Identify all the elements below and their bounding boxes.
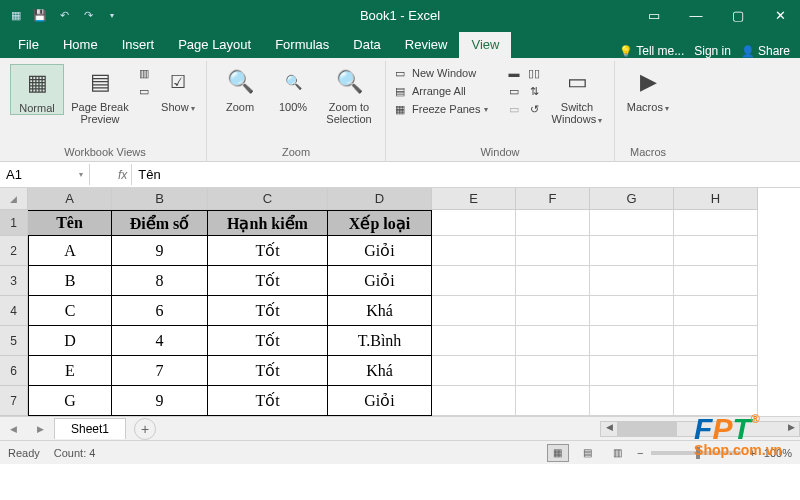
tab-file[interactable]: File	[6, 32, 51, 58]
cell[interactable]	[516, 296, 590, 326]
cell[interactable]: D	[28, 326, 112, 356]
freeze-panes-button[interactable]: ▦Freeze Panes	[392, 102, 502, 116]
normal-view-button[interactable]: ▦ Normal	[10, 64, 64, 115]
row-header[interactable]: 4	[0, 296, 28, 326]
cell[interactable]	[590, 326, 674, 356]
cell[interactable]	[590, 210, 674, 236]
split-button[interactable]: ▬	[506, 66, 522, 80]
cell[interactable]: Giỏi	[328, 236, 432, 266]
formula-bar[interactable]: Tên	[131, 164, 800, 185]
tab-insert[interactable]: Insert	[110, 32, 167, 58]
redo-icon[interactable]: ↷	[80, 7, 96, 23]
cell[interactable]: Khá	[328, 356, 432, 386]
col-header-a[interactable]: A	[28, 188, 112, 210]
zoom-out-button[interactable]: −	[637, 447, 643, 459]
zoom-to-selection-button[interactable]: 🔍 Zoom to Selection	[319, 64, 379, 125]
cell[interactable]	[674, 210, 758, 236]
qat-dropdown-icon[interactable]: ▾	[104, 7, 120, 23]
cell[interactable]	[590, 266, 674, 296]
cell[interactable]: Hạnh kiểm	[208, 210, 328, 236]
cell[interactable]	[432, 236, 516, 266]
cell[interactable]	[516, 266, 590, 296]
cell[interactable]: Tốt	[208, 296, 328, 326]
cell[interactable]: Xếp loại	[328, 210, 432, 236]
cell[interactable]: Tên	[28, 210, 112, 236]
cell[interactable]: Giỏi	[328, 266, 432, 296]
cell[interactable]	[432, 210, 516, 236]
macros-button[interactable]: ▶ Macros	[621, 64, 675, 113]
cell[interactable]	[432, 356, 516, 386]
cell[interactable]: Điểm số	[112, 210, 208, 236]
cell[interactable]	[590, 236, 674, 266]
fx-icon[interactable]: fx	[114, 168, 131, 182]
close-icon[interactable]: ✕	[760, 0, 800, 30]
cell[interactable]: 8	[112, 266, 208, 296]
cell[interactable]: Khá	[328, 296, 432, 326]
zoom-100-button[interactable]: 🔍 100%	[271, 64, 315, 113]
cell[interactable]: Tốt	[208, 236, 328, 266]
scroll-left-icon[interactable]: ◀	[601, 422, 617, 436]
cell[interactable]	[674, 236, 758, 266]
page-layout-status-icon[interactable]: ▤	[577, 444, 599, 462]
arrange-all-button[interactable]: ▤Arrange All	[392, 84, 502, 98]
custom-views-button[interactable]: ▭	[136, 84, 152, 98]
sheet-nav-prev-icon[interactable]: ◀	[0, 424, 27, 434]
save-icon[interactable]: 💾	[32, 7, 48, 23]
cell[interactable]	[432, 296, 516, 326]
scroll-right-icon[interactable]: ▶	[783, 422, 799, 436]
cell[interactable]: Tốt	[208, 326, 328, 356]
cell[interactable]: E	[28, 356, 112, 386]
page-break-preview-button[interactable]: ▤ Page Break Preview	[68, 64, 132, 125]
cell[interactable]	[516, 210, 590, 236]
cell[interactable]	[674, 296, 758, 326]
cell[interactable]	[590, 296, 674, 326]
row-header[interactable]: 5	[0, 326, 28, 356]
cell[interactable]: 6	[112, 296, 208, 326]
cell[interactable]	[590, 386, 674, 416]
name-box[interactable]: A1	[0, 164, 90, 185]
cell[interactable]	[432, 386, 516, 416]
sync-scroll-button[interactable]: ⇅	[526, 84, 542, 98]
row-header[interactable]: 1	[0, 210, 28, 236]
cell[interactable]	[674, 266, 758, 296]
cell[interactable]: T.Bình	[328, 326, 432, 356]
cell[interactable]	[674, 326, 758, 356]
col-header-d[interactable]: D	[328, 188, 432, 210]
cell[interactable]: C	[28, 296, 112, 326]
tab-review[interactable]: Review	[393, 32, 460, 58]
sheet-nav-next-icon[interactable]: ▶	[27, 424, 54, 434]
scroll-thumb[interactable]	[617, 422, 677, 436]
col-header-f[interactable]: F	[516, 188, 590, 210]
new-window-button[interactable]: ▭New Window	[392, 66, 502, 80]
switch-windows-button[interactable]: ▭ Switch Windows	[546, 64, 608, 125]
cell[interactable]	[674, 356, 758, 386]
cell[interactable]	[516, 386, 590, 416]
cell[interactable]: Giỏi	[328, 386, 432, 416]
page-layout-button[interactable]: ▥	[136, 66, 152, 80]
cell[interactable]: Tốt	[208, 356, 328, 386]
row-header[interactable]: 6	[0, 356, 28, 386]
row-header[interactable]: 2	[0, 236, 28, 266]
undo-icon[interactable]: ↶	[56, 7, 72, 23]
cell[interactable]: A	[28, 236, 112, 266]
cell[interactable]: 7	[112, 356, 208, 386]
view-side-by-side-button[interactable]: ▯▯	[526, 66, 542, 80]
cell[interactable]: Tốt	[208, 266, 328, 296]
add-sheet-button[interactable]: +	[134, 418, 156, 440]
select-all-corner[interactable]: ◢	[0, 188, 28, 210]
row-header[interactable]: 7	[0, 386, 28, 416]
cell[interactable]	[432, 326, 516, 356]
minimize-icon[interactable]: —	[676, 0, 716, 30]
cell[interactable]: Tốt	[208, 386, 328, 416]
cell[interactable]: 4	[112, 326, 208, 356]
row-header[interactable]: 3	[0, 266, 28, 296]
tell-me-search[interactable]: Tell me...	[619, 44, 684, 58]
cell[interactable]: B	[28, 266, 112, 296]
col-header-g[interactable]: G	[590, 188, 674, 210]
cell[interactable]	[516, 326, 590, 356]
col-header-h[interactable]: H	[674, 188, 758, 210]
cell[interactable]	[432, 266, 516, 296]
cell[interactable]: 9	[112, 386, 208, 416]
share-button[interactable]: Share	[741, 44, 790, 58]
cell[interactable]: 9	[112, 236, 208, 266]
